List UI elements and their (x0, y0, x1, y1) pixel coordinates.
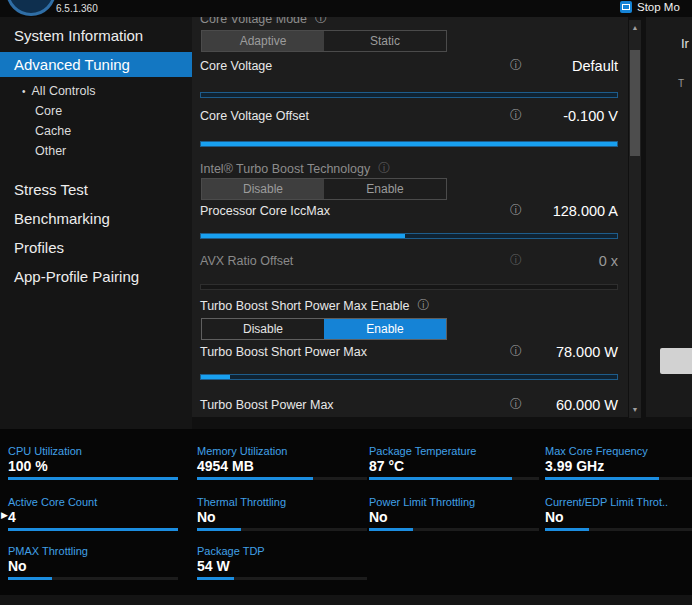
sidebar-nav: System Information Advanced Tuning •All … (0, 17, 192, 429)
bottom-edge-strip (0, 595, 692, 605)
disable-option[interactable]: Disable (202, 179, 324, 199)
static-option[interactable]: Static (324, 31, 446, 51)
monitor-value: 87 °C (369, 458, 541, 474)
monitor-current-edp-limit-throttling: Current/EDP Limit Throt.. No (545, 496, 692, 531)
monitor-value: No (545, 509, 692, 525)
sidebar-item-advanced-tuning[interactable]: Advanced Tuning (0, 52, 192, 77)
monitor-value: 4 (8, 509, 180, 525)
monitor-bar (8, 528, 178, 531)
sidebar-item-app-profile-pairing[interactable]: App-Profile Pairing (14, 268, 139, 285)
monitor-bar (197, 477, 367, 480)
avx-ratio-offset-slider (200, 284, 618, 290)
turbo-boost-technology-toggle: Disable Enable (201, 178, 447, 200)
xtu-logo-icon (6, 0, 56, 16)
info-icon[interactable]: ⓘ (510, 57, 522, 74)
monitor-bar (369, 528, 539, 531)
monitor-bar (545, 528, 692, 531)
core-voltage-offset-row: Core Voltage Offset ⓘ -0.100 V (200, 107, 618, 124)
avx-ratio-offset-row: AVX Ratio Offset ⓘ 0 x (200, 252, 618, 269)
monitor-label: Power Limit Throttling (369, 496, 541, 508)
info-icon[interactable]: ⓘ (510, 396, 522, 413)
sidebar-item-core[interactable]: Core (35, 104, 62, 118)
monitor-bar-fill (8, 477, 178, 480)
right-panel-clipped-button[interactable] (660, 348, 692, 374)
core-voltage-value: Default (522, 58, 618, 74)
enable-option[interactable]: Enable (324, 179, 446, 199)
scroll-down-icon[interactable]: ▼ (629, 404, 641, 416)
monitor-bar (197, 528, 367, 531)
sidebar-item-cache[interactable]: Cache (35, 124, 71, 138)
app-version: 6.5.1.360 (56, 3, 98, 14)
stop-monitoring-button[interactable]: Stop Mo (620, 1, 680, 13)
adaptive-option[interactable]: Adaptive (202, 31, 324, 51)
tb-short-power-max-enable-toggle: Disable Enable (201, 318, 447, 340)
avx-ratio-offset-label: AVX Ratio Offset (200, 254, 504, 268)
monitor-bar (197, 577, 367, 580)
main-scrollbar: ▲ ▼ (629, 20, 641, 418)
right-panel-clipped-heading: Ir (681, 36, 689, 51)
slider-fill (201, 234, 405, 238)
monitor-max-core-frequency: Max Core Frequency 3.99 GHz (545, 445, 692, 480)
tb-short-power-max-value: 78.000 W (522, 344, 618, 360)
info-icon[interactable]: ⓘ (510, 202, 522, 219)
tb-power-max-label: Turbo Boost Power Max (200, 398, 504, 412)
info-icon[interactable]: ⓘ (510, 343, 522, 360)
sidebar-item-profiles[interactable]: Profiles (14, 239, 64, 256)
core-voltage-offset-slider[interactable] (200, 141, 618, 147)
info-icon[interactable]: ⓘ (378, 160, 390, 177)
sidebar-item-system-information[interactable]: System Information (14, 27, 143, 44)
turbo-boost-technology-label: Intel® Turbo Boost Technology (200, 162, 370, 176)
disable-option[interactable]: Disable (202, 319, 324, 339)
avx-ratio-offset-value: 0 x (522, 253, 618, 269)
monitor-label: Max Core Frequency (545, 445, 692, 457)
enable-option[interactable]: Enable (324, 319, 446, 339)
monitor-value: No (197, 509, 369, 525)
xtu-window: 6.5.1.360 Stop Mo System Information Adv… (0, 0, 692, 605)
scroll-up-icon[interactable]: ▲ (629, 22, 641, 34)
sidebar-item-stress-test[interactable]: Stress Test (14, 181, 88, 198)
monitor-label: Memory Utilization (197, 445, 369, 457)
core-voltage-mode-toggle: Adaptive Static (201, 30, 447, 52)
sidebar-item-label: All Controls (32, 84, 96, 98)
tb-short-power-max-enable-header: Turbo Boost Short Power Max Enable ⓘ (200, 297, 429, 314)
monitor-label: Package Temperature (369, 445, 541, 457)
slider-fill (201, 375, 230, 379)
sidebar-item-benchmarking[interactable]: Benchmarking (14, 210, 110, 227)
monitor-bar-fill (545, 477, 659, 480)
monitor-label: Active Core Count (8, 496, 180, 508)
stop-monitoring-label: Stop Mo (637, 1, 680, 13)
processor-core-iccmax-slider[interactable] (200, 233, 618, 239)
monitor-thermal-throttling: Thermal Throttling No (197, 496, 369, 531)
monitor-bar-fill (369, 477, 512, 480)
core-voltage-offset-label: Core Voltage Offset (200, 109, 504, 123)
monitor-bar-fill (8, 528, 178, 531)
info-icon[interactable]: ⓘ (417, 297, 429, 314)
scroll-thumb[interactable] (630, 50, 640, 156)
monitor-label: Current/EDP Limit Throt.. (545, 496, 692, 508)
monitor-bar-fill (8, 577, 52, 580)
info-icon[interactable]: ⓘ (510, 252, 522, 269)
monitor-memory-utilization: Memory Utilization 4954 MB (197, 445, 369, 480)
core-voltage-offset-value: -0.100 V (522, 108, 618, 124)
monitor-value: 54 W (197, 558, 369, 574)
monitor-bar-fill (369, 528, 413, 531)
core-voltage-row: Core Voltage ⓘ Default (200, 57, 618, 74)
expand-monitor-panel-icon[interactable]: ▶ (1, 510, 8, 520)
sidebar-item-all-controls[interactable]: •All Controls (22, 84, 95, 98)
monitor-package-tdp: Package TDP 54 W (197, 545, 369, 580)
monitor-bar-fill (197, 477, 313, 480)
tb-power-max-row: Turbo Boost Power Max ⓘ 60.000 W (200, 396, 618, 413)
core-voltage-label: Core Voltage (200, 59, 504, 73)
core-voltage-slider[interactable] (200, 92, 618, 98)
monitor-power-limit-throttling: Power Limit Throttling No (369, 496, 541, 531)
monitor-value: No (8, 558, 180, 574)
sidebar-item-other[interactable]: Other (35, 144, 66, 158)
tb-short-power-max-row: Turbo Boost Short Power Max ⓘ 78.000 W (200, 343, 618, 360)
monitor-pmax-throttling: PMAX Throttling No (8, 545, 180, 580)
info-icon[interactable]: ⓘ (510, 107, 522, 124)
slider-fill (201, 142, 617, 146)
monitor-label: PMAX Throttling (8, 545, 180, 557)
tb-short-power-max-slider[interactable] (200, 374, 618, 380)
monitor-label: CPU Utilization (8, 445, 180, 457)
processor-core-iccmax-row: Processor Core IccMax ⓘ 128.000 A (200, 202, 618, 219)
